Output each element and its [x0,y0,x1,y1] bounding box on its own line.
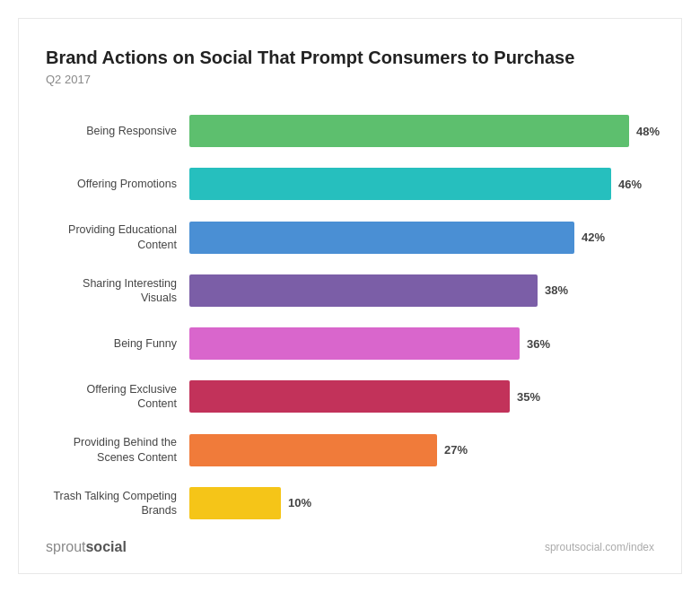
bar-track: 48% [189,115,660,147]
bar-track: 10% [189,487,654,519]
bar-value: 36% [527,337,550,351]
bar-label: Sharing Interesting Visuals [46,276,189,306]
bar-fill [189,274,538,307]
bar-track: 35% [189,380,654,413]
bar-fill [189,168,611,200]
bar-row: Being Responsive48% [46,111,654,151]
bar-row: Sharing Interesting Visuals38% [46,271,654,310]
footer-url: sproutsocial.com/index [545,541,654,553]
bar-fill [189,327,520,360]
chart-container: Brand Actions on Social That Prompt Cons… [18,18,682,574]
chart-subtitle: Q2 2017 [46,73,654,86]
bar-label: Offering Promotions [46,177,189,191]
bar-fill [189,434,437,466]
bar-value: 38% [545,283,568,297]
chart-footer: sproutsocial sproutsocial.com/index [46,539,654,555]
bar-fill [189,222,574,254]
bar-row: Providing Educational Content42% [46,218,654,257]
bar-label: Trash Talking Competing Brands [46,489,189,518]
bar-row: Trash Talking Competing Brands10% [46,483,654,523]
bar-label: Being Funny [46,336,189,351]
bar-track: 27% [189,434,654,466]
bar-track: 38% [189,274,654,307]
chart-title: Brand Actions on Social That Prompt Cons… [46,46,654,69]
bar-value: 35% [517,390,540,404]
bar-value: 42% [582,231,605,244]
bar-track: 46% [189,168,654,200]
bar-fill [189,487,281,519]
bar-label: Providing Educational Content [46,222,189,252]
bar-fill [189,380,510,413]
bar-label: Being Responsive [46,124,189,138]
bar-label: Providing Behind the Scenes Content [46,435,189,465]
bar-value: 10% [288,496,311,509]
bar-row: Offering Promotions46% [46,164,654,204]
bar-track: 42% [189,222,654,254]
bar-row: Providing Behind the Scenes Content27% [46,431,654,470]
bar-row: Being Funny36% [46,324,654,363]
brand-logo: sproutsocial [46,539,127,555]
bar-value: 27% [444,443,468,457]
bar-value: 48% [636,125,660,138]
bar-fill [189,115,629,147]
bar-row: Offering Exclusive Content35% [46,377,654,416]
bar-value: 46% [618,178,642,191]
bars-area: Being Responsive48%Offering Promotions46… [46,111,654,523]
bar-track: 36% [189,327,654,360]
bar-label: Offering Exclusive Content [46,382,189,412]
